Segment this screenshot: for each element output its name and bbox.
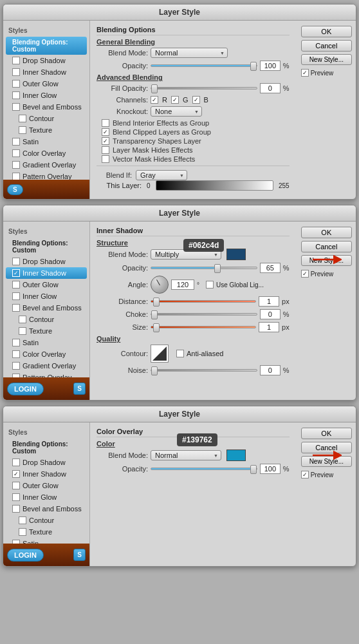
opacity-value[interactable]: 100 — [260, 61, 281, 71]
contour-cb-2[interactable] — [19, 316, 26, 323]
sidebar3-contour[interactable]: Contour — [3, 515, 89, 526]
sidebar-item-drop-shadow-1[interactable]: Drop Shadow — [3, 55, 89, 66]
new-style-button-1[interactable]: New Style... — [301, 54, 352, 65]
sidebar-item-texture-1[interactable]: Texture — [3, 124, 89, 136]
fill-opacity-slider[interactable] — [151, 87, 257, 90]
sidebar-item-inner-glow-1[interactable]: Inner Glow — [3, 90, 89, 101]
global-light-checkbox[interactable] — [206, 281, 214, 289]
drop-shadow-checkbox-1[interactable] — [12, 57, 20, 64]
choke-value[interactable]: 0 — [260, 309, 281, 319]
opacity-slider-2[interactable] — [151, 267, 257, 269]
sidebar3-inner-shadow[interactable]: Inner Shadow — [3, 468, 89, 480]
inner-glow-checkbox-1[interactable] — [12, 91, 20, 99]
color-overlay-cb-2[interactable] — [12, 350, 20, 358]
vector-mask-checkbox[interactable] — [102, 155, 109, 163]
transparency-checkbox[interactable] — [102, 137, 109, 145]
r-checkbox[interactable] — [151, 96, 158, 104]
texture-checkbox-1[interactable] — [19, 126, 26, 134]
inner-glow-cb-2[interactable] — [12, 292, 20, 300]
blend-mode-dropdown-3[interactable]: Normal — [151, 450, 221, 460]
sidebar2-gradient-overlay[interactable]: Gradient Overlay — [3, 360, 89, 372]
opacity-value-2[interactable]: 65 — [260, 263, 281, 273]
sidebar-item-satin-1[interactable]: Satin — [3, 136, 89, 147]
distance-slider[interactable] — [151, 300, 256, 303]
opacity-thumb-2[interactable] — [214, 264, 221, 273]
opacity-value-3[interactable]: 100 — [260, 464, 281, 474]
sidebar-item-color-overlay-1[interactable]: Color Overlay — [3, 147, 89, 159]
this-layer-bar[interactable] — [156, 180, 273, 191]
ok-button-1[interactable]: OK — [301, 26, 352, 37]
angle-value[interactable]: 120 — [171, 279, 194, 290]
bevel-cb-3[interactable] — [12, 505, 20, 513]
satin-cb-2[interactable] — [12, 339, 20, 346]
drop-shadow-cb-2[interactable] — [12, 258, 20, 265]
g-checkbox[interactable] — [171, 96, 179, 104]
blend-interior-checkbox[interactable] — [102, 119, 109, 127]
size-thumb[interactable] — [153, 323, 160, 332]
sidebar-item-contour-1[interactable]: Contour — [3, 113, 89, 124]
sidebar-item-gradient-overlay-1[interactable]: Gradient Overlay — [3, 159, 89, 171]
sidebar-item-inner-shadow-1[interactable]: Inner Shadow — [3, 66, 89, 78]
outer-glow-cb-3[interactable] — [12, 482, 20, 489]
sidebar2-texture[interactable]: Texture — [3, 325, 89, 337]
texture-cb-3[interactable] — [19, 528, 26, 536]
ok-button-2[interactable]: OK — [301, 227, 352, 238]
preview-checkbox-2[interactable] — [301, 270, 309, 278]
knockout-dropdown[interactable]: None — [151, 106, 202, 117]
sidebar2-contour[interactable]: Contour — [3, 314, 89, 325]
gradient-cb-2[interactable] — [12, 362, 20, 370]
outer-glow-checkbox-1[interactable] — [12, 80, 20, 88]
bevel-cb-2[interactable] — [12, 304, 20, 312]
outer-glow-cb-2[interactable] — [12, 281, 20, 289]
inner-shadow-cb-3[interactable] — [12, 470, 20, 478]
sidebar2-color-overlay[interactable]: Color Overlay — [3, 348, 89, 360]
texture-cb-2[interactable] — [19, 327, 26, 335]
noise-value[interactable]: 0 — [260, 365, 281, 375]
opacity-slider-3[interactable] — [151, 468, 257, 470]
sidebar2-outer-glow[interactable]: Outer Glow — [3, 279, 89, 290]
distance-value[interactable]: 1 — [259, 296, 279, 307]
bevel-emboss-checkbox-1[interactable] — [12, 103, 20, 111]
blend-clipped-checkbox[interactable] — [102, 128, 109, 136]
angle-dial[interactable] — [151, 276, 169, 294]
fill-opacity-thumb[interactable] — [151, 84, 158, 93]
anti-aliased-checkbox[interactable] — [176, 350, 184, 357]
sidebar-item-outer-glow-1[interactable]: Outer Glow — [3, 78, 89, 90]
fill-opacity-value[interactable]: 0 — [260, 83, 281, 93]
opacity-thumb[interactable] — [250, 62, 257, 71]
sidebar2-bevel-emboss[interactable]: Bevel and Emboss — [3, 302, 89, 314]
noise-thumb[interactable] — [151, 366, 158, 375]
sidebar-item-bevel-emboss-1[interactable]: Bevel and Emboss — [3, 101, 89, 113]
layer-mask-checkbox[interactable] — [102, 146, 109, 154]
sidebar3-blending-options[interactable]: Blending Options: Custom — [3, 439, 89, 457]
cancel-button-1[interactable]: Cancel — [301, 40, 352, 52]
opacity-thumb-3[interactable] — [250, 465, 257, 474]
drop-shadow-cb-3[interactable] — [12, 459, 20, 466]
sidebar2-inner-glow[interactable]: Inner Glow — [3, 290, 89, 302]
gradient-overlay-checkbox-1[interactable] — [12, 161, 20, 169]
cancel-button-2[interactable]: Cancel — [301, 241, 352, 252]
choke-thumb[interactable] — [151, 310, 158, 319]
distance-thumb[interactable] — [153, 298, 160, 307]
blend-if-dropdown[interactable]: Gray — [136, 170, 187, 180]
sidebar3-inner-glow[interactable]: Inner Glow — [3, 491, 89, 503]
blend-color-swatch-2[interactable] — [226, 249, 246, 260]
ok-button-3[interactable]: OK — [301, 428, 352, 439]
size-value[interactable]: 1 — [259, 322, 279, 332]
sidebar3-texture[interactable]: Texture — [3, 526, 89, 538]
contour-thumbnail[interactable] — [151, 345, 169, 363]
satin-checkbox-1[interactable] — [12, 138, 20, 146]
sidebar3-bevel-emboss[interactable]: Bevel and Emboss — [3, 503, 89, 515]
inner-glow-cb-3[interactable] — [12, 493, 20, 501]
contour-checkbox-1[interactable] — [19, 115, 26, 122]
sidebar2-satin[interactable]: Satin — [3, 337, 89, 348]
sidebar-item-blending-options[interactable]: Blending Options: Custom — [6, 37, 87, 55]
b-checkbox[interactable] — [192, 96, 200, 104]
noise-slider[interactable] — [151, 369, 257, 372]
color-swatch-3[interactable] — [226, 450, 246, 461]
sidebar2-inner-shadow[interactable]: Inner Shadow — [6, 267, 87, 279]
opacity-slider[interactable] — [151, 64, 257, 67]
preview-checkbox-1[interactable] — [301, 69, 309, 77]
color-overlay-checkbox-1[interactable] — [12, 149, 20, 157]
contour-cb-3[interactable] — [19, 516, 26, 524]
